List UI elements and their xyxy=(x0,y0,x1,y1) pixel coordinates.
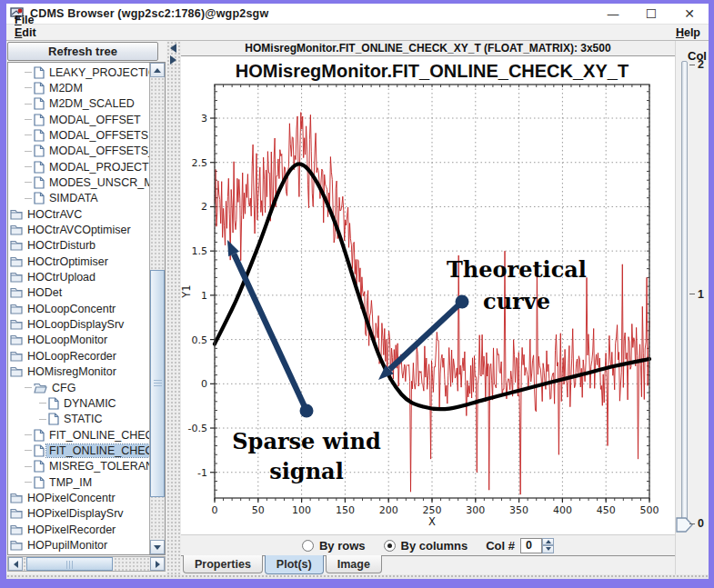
tree-item-label: HOCtrAVCOptimiser xyxy=(25,224,134,236)
tree-branch-line xyxy=(25,87,32,88)
col-slider-track[interactable] xyxy=(681,61,688,526)
tree-branch-line xyxy=(39,403,46,404)
tree-item-modal-offset[interactable]: MODAL_OFFSET xyxy=(25,112,150,127)
tree-item-label: MODAL_PROJECTION xyxy=(46,161,150,174)
folder-icon xyxy=(10,209,23,220)
x-tick-label: 200 xyxy=(379,504,398,516)
y-tick-label: 3 xyxy=(201,113,207,125)
tree-item-holoopdisplaysrv[interactable]: HOLoopDisplaySrv xyxy=(10,317,150,333)
tree-item-tmp-im[interactable]: TMP_IM xyxy=(25,474,150,490)
tree-item-cfg[interactable]: CFG xyxy=(25,380,150,395)
tree-vertical-scrollbar[interactable] xyxy=(149,63,165,554)
tab-plots[interactable]: Plot(s) xyxy=(265,555,324,574)
tree-item-misreg-tolerances[interactable]: MISREG_TOLERANCES xyxy=(25,459,150,474)
plot-controls-row: By rows By columns Col # 0 xyxy=(181,534,675,555)
tree-item-hoctroptimiser[interactable]: HOCtrOptimiser xyxy=(10,254,150,269)
tree-item-label: CFG xyxy=(49,382,78,394)
scroll-down-button[interactable] xyxy=(150,540,165,554)
annotation-arrow-head xyxy=(227,240,239,256)
document-icon xyxy=(34,161,45,174)
spinner-up-button[interactable] xyxy=(542,538,554,546)
document-icon xyxy=(48,413,59,425)
tree-item-dynamic[interactable]: DYNAMIC xyxy=(39,395,150,411)
tree-item-static[interactable]: STATIC xyxy=(39,412,150,427)
tree-item-modal-offsets-rotat[interactable]: MODAL_OFFSETS_ROTAT xyxy=(25,144,150,159)
tree-item-hopupilmonitor[interactable]: HOPupilMonitor xyxy=(10,538,150,553)
menu-file[interactable]: File xyxy=(6,14,63,26)
collapse-right-icon[interactable] xyxy=(170,55,176,65)
folder-icon xyxy=(10,508,23,519)
vertical-scroll-thumb[interactable] xyxy=(150,270,165,497)
slider-tick-0: 0 xyxy=(689,517,704,530)
tree-item-label: MODES_UNSCR_MAP xyxy=(46,176,150,189)
tree-item-modal-projection[interactable]: MODAL_PROJECTION xyxy=(25,159,150,174)
tabs-bar: Properties Plot(s) Image xyxy=(181,555,675,574)
annotation-arrow-dot xyxy=(300,404,314,418)
tree-handle[interactable] xyxy=(25,387,32,388)
folder-icon xyxy=(10,304,23,314)
tree-branch-line xyxy=(25,482,32,483)
minimize-button[interactable]: — xyxy=(594,4,632,24)
tree-item-hopixelrecorder[interactable]: HOPixelRecorder xyxy=(10,522,150,537)
folder-icon xyxy=(10,256,23,267)
folder-icon xyxy=(10,366,23,377)
spinner-down-button[interactable] xyxy=(542,545,554,553)
tree-item-hoctrupload[interactable]: HOCtrUpload xyxy=(10,270,150,285)
close-button[interactable]: ✕ xyxy=(670,4,709,24)
x-tick-label: 400 xyxy=(553,504,572,516)
tree-item-simdata[interactable]: SIMDATA xyxy=(25,191,150,206)
tree-item-leaky-projection[interactable]: LEAKY_PROJECTION xyxy=(25,65,150,80)
tree-item-hodet[interactable]: HODet xyxy=(10,285,150,301)
tree-item-label: HOLoopRecorder xyxy=(25,350,119,363)
tree-item-fit-online-check-xy-t[interactable]: FIT_ONLINE_CHECK_XY_T xyxy=(25,443,150,458)
col-number-spinner[interactable]: 0 xyxy=(520,538,554,553)
tree-item-homisregmonitor[interactable]: HOMisregMonitor xyxy=(10,364,150,380)
tree-horizontal-scrollbar[interactable] xyxy=(7,556,166,572)
document-icon xyxy=(34,460,45,473)
scroll-right-button[interactable] xyxy=(150,557,165,571)
scroll-up-button[interactable] xyxy=(150,63,165,77)
folder-icon xyxy=(10,351,23,362)
tree-item-horecn[interactable]: HORecn xyxy=(10,553,150,554)
tree-item-holoopconcentr[interactable]: HOLoopConcentr xyxy=(10,301,150,316)
by-rows-radio[interactable]: By rows xyxy=(302,539,366,553)
tree-item-hoctrdisturb[interactable]: HOCtrDisturb xyxy=(10,238,150,254)
tree-item-m2dm[interactable]: M2DM xyxy=(25,80,150,95)
tree-item-holoopmonitor[interactable]: HOLoopMonitor xyxy=(10,333,150,348)
tree-item-modal-offsets[interactable]: MODAL_OFFSETS xyxy=(25,127,150,143)
tree-item-fit-online-check-xy-[interactable]: FIT_ONLINE_CHECK_XY_ xyxy=(25,427,150,443)
tree-item-hopixelconcentr[interactable]: HOPixelConcentr xyxy=(10,490,150,505)
maximize-button[interactable]: ☐ xyxy=(632,4,670,24)
folder-icon xyxy=(10,240,23,251)
tree-item-label: LEAKY_PROJECTION xyxy=(46,66,150,79)
tree-item-holooprecorder[interactable]: HOLoopRecorder xyxy=(10,348,150,364)
y-tick-label: 1 xyxy=(201,290,207,302)
document-icon xyxy=(34,444,45,457)
tab-properties[interactable]: Properties xyxy=(183,555,263,573)
tree-item-label: HODet xyxy=(25,286,65,299)
collapse-left-icon[interactable] xyxy=(170,44,176,53)
document-icon xyxy=(34,429,45,442)
x-tick-label: 50 xyxy=(252,504,265,516)
y-axis-label: Y1 xyxy=(181,284,193,298)
folder-open-icon xyxy=(34,383,47,394)
scroll-left-button[interactable] xyxy=(8,557,23,571)
horizontal-scroll-thumb[interactable] xyxy=(26,557,113,571)
by-columns-radio[interactable]: By columns xyxy=(384,539,468,553)
tree-branch-line xyxy=(25,104,32,105)
window-title: CDMS Browser (wgp2sc2:1786)@wgp2sgw xyxy=(30,7,268,20)
title-bar: CDMS Browser (wgp2sc2:1786)@wgp2sgw — ☐ … xyxy=(6,4,709,25)
tab-image[interactable]: Image xyxy=(326,555,382,573)
col-number-value[interactable]: 0 xyxy=(520,538,542,553)
tree-item-hoctravcoptimiser[interactable]: HOCtrAVCOptimiser xyxy=(10,223,150,238)
menu-edit[interactable]: Edit xyxy=(6,26,63,39)
menu-help[interactable]: Help xyxy=(668,26,709,39)
tree: LEAKY_PROJECTIONM2DMM2DM_SCALEDMODAL_OFF… xyxy=(8,63,150,554)
tree-item-label: HOLoopConcentr xyxy=(25,303,118,315)
tree-item-hopixeldisplaysrv[interactable]: HOPixelDisplaySrv xyxy=(10,506,150,522)
refresh-tree-button[interactable]: Refresh tree xyxy=(7,42,158,61)
tree-item-m2dm-scaled[interactable]: M2DM_SCALED xyxy=(25,96,150,112)
panel-splitter[interactable] xyxy=(166,41,181,574)
tree-item-hoctravc[interactable]: HOCtrAVC xyxy=(10,206,150,222)
tree-item-modes-unscr-map[interactable]: MODES_UNSCR_MAP xyxy=(25,174,150,190)
